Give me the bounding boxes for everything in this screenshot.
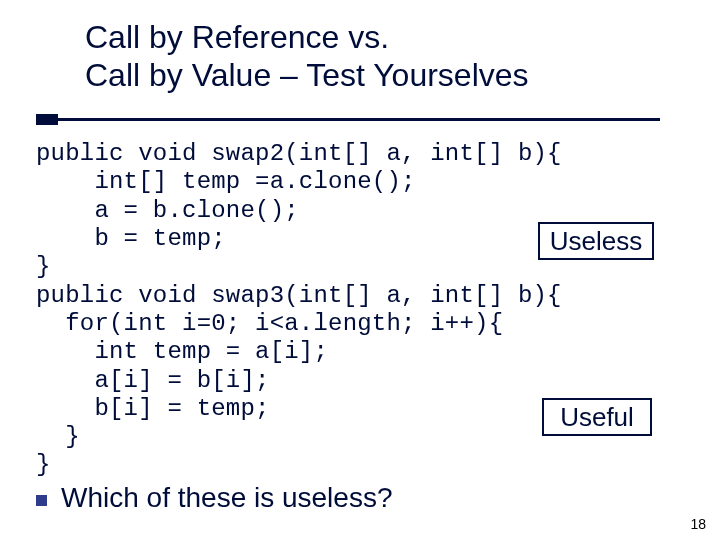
slide-title: Call by Reference vs. Call by Value – Te… [85,18,529,95]
bullet-row: Which of these is useless? [36,482,393,514]
question-text: Which of these is useless? [61,482,393,514]
code-block: public void swap2(int[] a, int[] b){ int… [36,140,562,480]
title-line-2: Call by Value – Test Yourselves [85,56,529,94]
square-bullet-icon [36,495,47,506]
slide: Call by Reference vs. Call by Value – Te… [0,0,720,540]
useless-label-box: Useless [538,222,654,260]
title-line-1: Call by Reference vs. [85,18,529,56]
page-number: 18 [690,516,706,532]
title-underline [36,118,660,121]
useful-label-box: Useful [542,398,652,436]
